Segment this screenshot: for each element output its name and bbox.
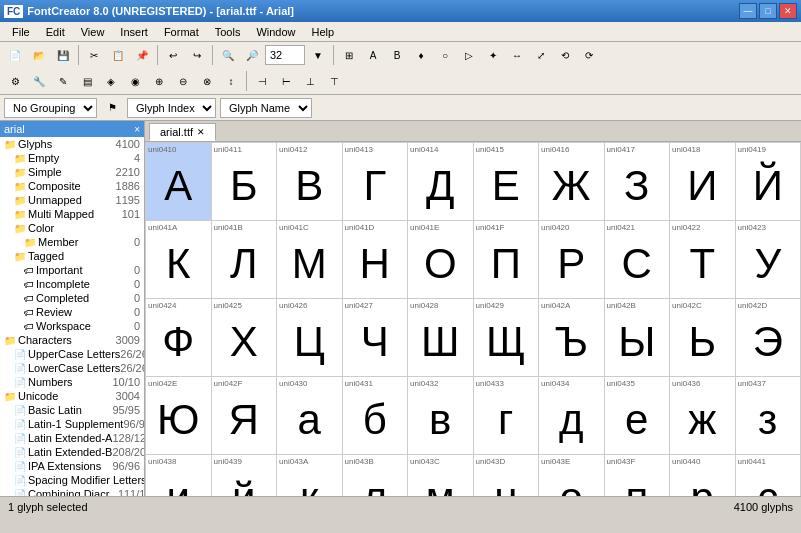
glyph-cell[interactable]: uni0440р: [670, 455, 736, 496]
cut-button[interactable]: ✂: [83, 44, 105, 66]
close-button[interactable]: ✕: [779, 3, 797, 19]
zoom-out-button[interactable]: 🔎: [241, 44, 263, 66]
tool4-button[interactable]: ○: [434, 44, 456, 66]
glyph-cell[interactable]: uni043Cм: [408, 455, 474, 496]
glyph-cell[interactable]: uni0423У: [736, 221, 802, 299]
tool6-button[interactable]: ✦: [482, 44, 504, 66]
tool3-button[interactable]: ♦: [410, 44, 432, 66]
menu-tools[interactable]: Tools: [207, 24, 249, 40]
sidebar-item[interactable]: 📄Spacing Modifier Letters80/80: [0, 473, 144, 487]
glyph-cell[interactable]: uni0424Ф: [146, 299, 212, 377]
zoom-input[interactable]: [265, 45, 305, 65]
glyph-cell[interactable]: uni0430а: [277, 377, 343, 455]
copy-button[interactable]: 📋: [107, 44, 129, 66]
sidebar-item[interactable]: 📁Multi Mapped101: [0, 207, 144, 221]
glyph-cell[interactable]: uni0417З: [605, 143, 671, 221]
glyph-cell[interactable]: uni0431б: [343, 377, 409, 455]
sidebar-item[interactable]: 📄Latin-1 Supplement96/96: [0, 417, 144, 431]
tool5-button[interactable]: ▷: [458, 44, 480, 66]
tool8-button[interactable]: ⤢: [530, 44, 552, 66]
sidebar-item[interactable]: 📄UpperCase Letters26/26: [0, 347, 144, 361]
glyph-cell[interactable]: uni041EО: [408, 221, 474, 299]
sidebar-item[interactable]: 🏷Review0: [0, 305, 144, 319]
glyph-cell[interactable]: uni0425Х: [212, 299, 278, 377]
glyph-cell[interactable]: uni041CМ: [277, 221, 343, 299]
glyph-cell[interactable]: uni0436ж: [670, 377, 736, 455]
tb2-btn8[interactable]: ⊖: [172, 70, 194, 92]
tb2-btn4[interactable]: ▤: [76, 70, 98, 92]
menu-view[interactable]: View: [73, 24, 113, 40]
glyph-cell[interactable]: uni0422Т: [670, 221, 736, 299]
sidebar-item[interactable]: 🏷Incomplete0: [0, 277, 144, 291]
glyph-cell[interactable]: uni0416Ж: [539, 143, 605, 221]
tab-close-button[interactable]: ✕: [197, 127, 205, 137]
sidebar-item[interactable]: 📄Latin Extended-A128/128: [0, 431, 144, 445]
glyph-cell[interactable]: uni042DЭ: [736, 299, 802, 377]
sidebar-close-button[interactable]: ×: [134, 124, 140, 135]
sidebar-item[interactable]: 📁Composite1886: [0, 179, 144, 193]
tb2-btn10[interactable]: ↕: [220, 70, 242, 92]
menu-insert[interactable]: Insert: [112, 24, 156, 40]
redo-button[interactable]: ↪: [186, 44, 208, 66]
glyph-cell[interactable]: uni0437з: [736, 377, 802, 455]
tb2-btn12[interactable]: ⊢: [275, 70, 297, 92]
glyph-cell[interactable]: uni0419Й: [736, 143, 802, 221]
menu-window[interactable]: Window: [248, 24, 303, 40]
glyph-cell[interactable]: uni0411Б: [212, 143, 278, 221]
glyph-cell[interactable]: uni0435е: [605, 377, 671, 455]
sidebar-item[interactable]: 📄Basic Latin95/95: [0, 403, 144, 417]
grid-button[interactable]: ⊞: [338, 44, 360, 66]
sidebar-item[interactable]: 📁Member0: [0, 235, 144, 249]
tool10-button[interactable]: ⟳: [578, 44, 600, 66]
tab-arial[interactable]: arial.ttf ✕: [149, 123, 216, 141]
glyph-cell[interactable]: uni041BЛ: [212, 221, 278, 299]
menu-edit[interactable]: Edit: [38, 24, 73, 40]
glyph-cell[interactable]: uni043Bл: [343, 455, 409, 496]
glyph-cell[interactable]: uni0418И: [670, 143, 736, 221]
menu-format[interactable]: Format: [156, 24, 207, 40]
glyph-cell[interactable]: uni0439й: [212, 455, 278, 496]
sidebar-item[interactable]: 📁Unicode3004: [0, 389, 144, 403]
glyph-cell[interactable]: uni0429Щ: [474, 299, 540, 377]
sidebar-item[interactable]: 📁Color: [0, 221, 144, 235]
tb2-btn13[interactable]: ⊥: [299, 70, 321, 92]
tool2-button[interactable]: B: [386, 44, 408, 66]
tb2-btn1[interactable]: ⚙: [4, 70, 26, 92]
glyph-cell[interactable]: uni0428Ш: [408, 299, 474, 377]
tb2-btn11[interactable]: ⊣: [251, 70, 273, 92]
glyph-cell[interactable]: uni041AК: [146, 221, 212, 299]
glyph-cell[interactable]: uni041DН: [343, 221, 409, 299]
sidebar-item[interactable]: 🏷Completed0: [0, 291, 144, 305]
glyph-cell[interactable]: uni0434д: [539, 377, 605, 455]
glyph-cell[interactable]: uni0427Ч: [343, 299, 409, 377]
sidebar-item[interactable]: 📄Combining Diacr...111/112: [0, 487, 144, 496]
glyph-cell[interactable]: uni0441с: [736, 455, 802, 496]
open-button[interactable]: 📂: [28, 44, 50, 66]
save-button[interactable]: 💾: [52, 44, 74, 66]
glyph-cell[interactable]: uni042EЮ: [146, 377, 212, 455]
sidebar-item[interactable]: 📄Numbers10/10: [0, 375, 144, 389]
paste-button[interactable]: 📌: [131, 44, 153, 66]
glyph-cell[interactable]: uni042BЫ: [605, 299, 671, 377]
sidebar-item[interactable]: 🏷Important0: [0, 263, 144, 277]
sidebar-item[interactable]: 📄LowerCase Letters26/26: [0, 361, 144, 375]
sidebar-item[interactable]: 📁Unmapped1195: [0, 193, 144, 207]
undo-button[interactable]: ↩: [162, 44, 184, 66]
grouping-toggle[interactable]: ⚑: [101, 97, 123, 119]
grouping-select[interactable]: No Grouping: [4, 98, 97, 118]
glyph-cell[interactable]: uni0421С: [605, 221, 671, 299]
tool1-button[interactable]: A: [362, 44, 384, 66]
sidebar-item[interactable]: 📁Simple2210: [0, 165, 144, 179]
minimize-button[interactable]: —: [739, 3, 757, 19]
tb2-btn3[interactable]: ✎: [52, 70, 74, 92]
tool7-button[interactable]: ↔: [506, 44, 528, 66]
glyph-cell[interactable]: uni042CЬ: [670, 299, 736, 377]
sidebar-item[interactable]: 📁Characters3009: [0, 333, 144, 347]
glyph-cell[interactable]: uni043Eо: [539, 455, 605, 496]
glyph-grid-container[interactable]: uni0410Аuni0411Бuni0412Вuni0413Гuni0414Д…: [145, 142, 801, 496]
title-bar-controls[interactable]: — □ ✕: [739, 3, 797, 19]
sidebar-item[interactable]: 📄Latin Extended-B208/208: [0, 445, 144, 459]
menu-file[interactable]: File: [4, 24, 38, 40]
zoom-dropdown[interactable]: ▼: [307, 44, 329, 66]
maximize-button[interactable]: □: [759, 3, 777, 19]
